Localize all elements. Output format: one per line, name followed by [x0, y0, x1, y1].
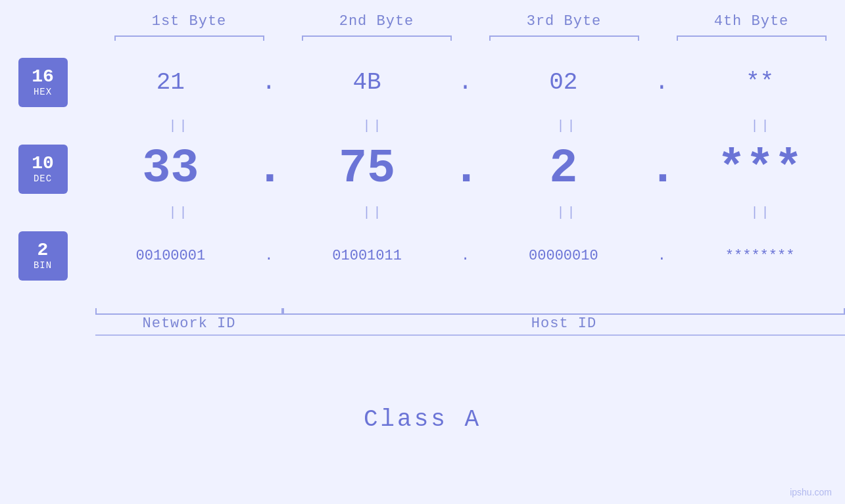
- bin-byte2: 01001011: [282, 248, 452, 264]
- byte3-label: 3rd Byte: [470, 13, 658, 30]
- equals-row-1: || || || ||: [95, 115, 845, 136]
- dec-byte2: 75: [282, 142, 452, 196]
- bracket-cell-4: [658, 30, 845, 43]
- bin-byte1: 00100001: [85, 248, 256, 264]
- equals-row-2: || || || ||: [95, 202, 845, 223]
- hex-byte2: 4B: [282, 69, 452, 96]
- bottom-bracket-section: Network ID Host ID: [95, 288, 845, 334]
- bracket-cell-2: [283, 30, 470, 43]
- bracket-line-2: [302, 35, 452, 37]
- hex-data-row: 16 HEX 21 . 4B . 02 . **: [0, 49, 845, 115]
- class-row: Class A: [0, 334, 845, 504]
- eq1-b4: ||: [677, 118, 845, 133]
- eq2-b3: ||: [483, 205, 651, 220]
- bracket-cell-1: [95, 30, 283, 43]
- eq1-b1: ||: [95, 118, 263, 133]
- hex-label-container: 16 HEX: [0, 58, 85, 107]
- dec-dot3: .: [648, 142, 675, 196]
- dec-byte-cells: 33 . 75 . 2 . ***: [85, 142, 845, 196]
- network-id-label: Network ID: [95, 315, 283, 332]
- dec-dot2: .: [452, 142, 479, 196]
- dec-dot1: .: [256, 142, 282, 196]
- class-label: Class A: [364, 406, 481, 433]
- bracket-line-3: [489, 35, 639, 37]
- hex-dot2: .: [452, 69, 479, 96]
- host-id-label: Host ID: [283, 315, 845, 332]
- class-top-line: [95, 334, 845, 336]
- dec-base-text: DEC: [34, 173, 52, 184]
- bin-dot3: .: [648, 248, 675, 264]
- network-bracket-line: [95, 313, 283, 315]
- watermark: ipshu.com: [790, 487, 832, 497]
- dec-byte1: 33: [85, 142, 256, 196]
- bin-label-container: 2 BIN: [0, 231, 85, 281]
- hex-base-text: HEX: [34, 87, 52, 97]
- eq1-b3: ||: [483, 118, 651, 133]
- byte1-label: 1st Byte: [95, 13, 283, 30]
- bin-dot1: .: [256, 248, 282, 264]
- bin-byte-cells: 00100001 . 01001011 . 00000010 . *******…: [85, 248, 845, 264]
- dec-byte4: ***: [675, 142, 845, 196]
- bracket-cell-3: [470, 30, 658, 43]
- dec-label-container: 10 DEC: [0, 145, 85, 194]
- hex-dot1: .: [256, 69, 282, 96]
- byte4-label: 4th Byte: [658, 13, 845, 30]
- bin-byte4: ********: [675, 248, 845, 264]
- bin-base-num: 2: [37, 241, 49, 261]
- hex-byte-cells: 21 . 4B . 02 . **: [85, 69, 845, 96]
- hex-label-box: 16 HEX: [18, 58, 68, 107]
- eq2-b4: ||: [677, 205, 845, 220]
- eq2-b2: ||: [289, 205, 457, 220]
- bracket-line-1: [114, 35, 264, 37]
- bracket-line-4: [677, 35, 827, 37]
- host-bracket-line: [283, 313, 845, 315]
- dec-byte3: 2: [479, 142, 649, 196]
- eq2-b1: ||: [95, 205, 263, 220]
- dec-base-num: 10: [32, 154, 54, 174]
- bin-data-row: 2 BIN 00100001 . 01001011 . 00000010 . *…: [0, 223, 845, 288]
- bin-label-box: 2 BIN: [18, 231, 68, 281]
- hex-byte3: 02: [479, 69, 649, 96]
- dec-data-row: 10 DEC 33 . 75 . 2 . ***: [0, 136, 845, 202]
- bin-byte3: 00000010: [479, 248, 649, 264]
- eq1-b2: ||: [289, 118, 457, 133]
- hex-base-num: 16: [32, 67, 54, 87]
- hex-byte4: **: [675, 69, 845, 96]
- header-row: 1st Byte 2nd Byte 3rd Byte 4th Byte: [95, 13, 845, 30]
- hex-byte1: 21: [85, 69, 256, 96]
- hex-dot3: .: [648, 69, 675, 96]
- bin-dot2: .: [452, 248, 479, 264]
- main-container: 1st Byte 2nd Byte 3rd Byte 4th Byte 16 H…: [0, 0, 845, 504]
- bin-base-text: BIN: [34, 260, 52, 271]
- top-bracket-row: [95, 30, 845, 43]
- byte2-label: 2nd Byte: [283, 13, 470, 30]
- dec-label-box: 10 DEC: [18, 145, 68, 194]
